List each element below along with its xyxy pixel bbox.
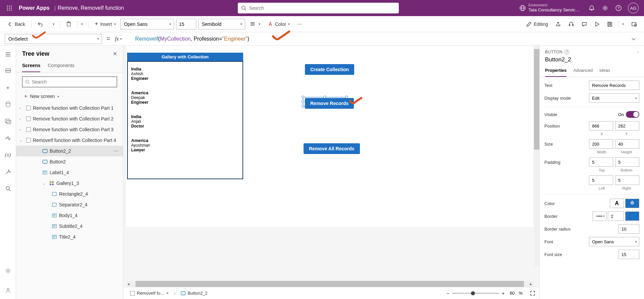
fx-icon[interactable]: fx (115, 36, 119, 42)
expand-chevron[interactable]: ⌄ (42, 182, 47, 185)
settings-rail-icon[interactable] (4, 267, 12, 275)
tree-item[interactable]: Subtitle2_4 (16, 221, 123, 232)
tree-checkbox[interactable] (26, 116, 31, 121)
expand-chevron[interactable]: ⌄ (19, 139, 24, 142)
copilot-button[interactable] (566, 20, 577, 29)
media-icon[interactable] (4, 117, 12, 126)
gallery-item[interactable]: AmericaAyushmanLawyer (131, 135, 239, 159)
tree-item[interactable]: ›Remove function with Collection Part 3 (16, 124, 123, 135)
gallery-item[interactable]: IndiaAnjaliDoctor (131, 111, 239, 135)
tree-search[interactable] (22, 77, 117, 87)
breadcrumb-screen[interactable]: RemoveIf fu… ▾ (127, 289, 171, 297)
border-radius-input[interactable] (619, 224, 639, 234)
fill-color-swatch[interactable] (625, 199, 639, 208)
tree-checkbox[interactable] (26, 127, 31, 132)
fx-chevron[interactable]: ▾ (120, 37, 122, 41)
waffle-icon[interactable] (3, 0, 16, 16)
font-color-swatch[interactable]: A (610, 199, 624, 208)
prop-displaymode-select[interactable]: Edit (589, 93, 639, 103)
paste-chevron[interactable]: ▾ (81, 22, 83, 26)
height-input[interactable] (615, 139, 639, 149)
variables-icon[interactable]: (x) (4, 151, 12, 159)
ask-virtual-agent-icon[interactable] (4, 286, 12, 294)
remove-records-button[interactable]: Remove Records (305, 98, 354, 109)
info-icon[interactable]: ? (565, 50, 569, 54)
undo-chevron[interactable]: ▾ (53, 22, 54, 26)
more-button[interactable]: ⋯ (294, 20, 305, 28)
formula-input[interactable]: RemoveIf(MyCollection, Profession="Engin… (135, 36, 628, 42)
editing-mode-button[interactable]: Editing (524, 20, 551, 28)
tree-item[interactable]: ⌄RemoveIf function with Collection Part … (16, 135, 123, 146)
zoom-plus[interactable]: + (502, 291, 504, 296)
gallery[interactable]: IndiaAshishEngineerAmericaDeepakEngineer… (127, 61, 243, 179)
fit-to-screen-icon[interactable] (530, 291, 535, 296)
tree-item[interactable]: ⌄Gallery1_3 (16, 178, 123, 189)
tree-checkbox[interactable] (26, 138, 31, 143)
canvas[interactable]: Gallery with Collection IndiaAshishEngin… (126, 46, 533, 227)
share-button[interactable] (553, 20, 564, 28)
more-icon[interactable]: ⋯ (114, 148, 121, 154)
preview-button[interactable] (592, 20, 602, 28)
search-pane-icon[interactable] (4, 185, 12, 193)
prop-text-input[interactable] (589, 81, 639, 90)
tab-ideas[interactable]: Ideas (599, 66, 610, 77)
zoom-minus[interactable]: − (447, 291, 449, 296)
tree-item[interactable]: Separator2_4 (16, 199, 123, 210)
new-screen-button[interactable]: + New screen ▾ (16, 91, 123, 103)
tree-item[interactable]: Button2_2⋯ (16, 146, 123, 156)
tree-item[interactable]: Label1_4 (16, 167, 123, 178)
environment-picker[interactable]: Environment Tata Consultancy Servic… (519, 3, 580, 13)
remove-all-button[interactable]: Remove All Records (304, 143, 360, 154)
border-style-select[interactable] (592, 211, 606, 221)
tools-icon[interactable] (4, 168, 12, 176)
padding-left-input[interactable] (589, 176, 613, 185)
font-weight-select[interactable]: Semibold (198, 19, 245, 30)
close-tree-icon[interactable]: ✕ (113, 51, 117, 57)
tab-screens[interactable]: Screens (22, 60, 40, 72)
expand-chevron[interactable]: › (19, 106, 24, 110)
zoom-slider[interactable] (452, 293, 499, 294)
vertical-scrollbar[interactable] (534, 46, 539, 266)
font-color-button[interactable]: Color ▾ (265, 20, 292, 28)
hamburger-icon[interactable] (4, 50, 12, 58)
tree-search-input[interactable] (32, 79, 114, 85)
tab-components[interactable]: Components (48, 60, 74, 72)
padding-top-input[interactable] (589, 157, 613, 167)
tree-item[interactable]: Button2 (16, 156, 123, 167)
power-automate-icon[interactable] (4, 134, 12, 142)
comments-button[interactable] (579, 20, 590, 28)
expand-chevron[interactable]: › (19, 117, 24, 121)
font-select[interactable]: Open Sans (120, 19, 174, 30)
tree-item[interactable]: Title2_4 (16, 232, 123, 242)
insert-pane-icon[interactable]: + (4, 84, 12, 92)
breadcrumb-control[interactable]: Button2_2 (178, 289, 210, 297)
save-button[interactable] (604, 20, 615, 28)
tree-item[interactable]: Body1_4 (16, 210, 123, 221)
publish-button[interactable] (629, 20, 639, 28)
align-button[interactable]: ▾ (247, 20, 263, 28)
border-width-input[interactable] (608, 211, 624, 221)
paste-button[interactable] (63, 20, 74, 28)
border-color-swatch[interactable] (625, 211, 639, 221)
user-avatar[interactable]: AG (628, 3, 639, 13)
create-collection-button[interactable]: Create Collection (305, 64, 354, 75)
font-select[interactable]: Open Sans (589, 237, 639, 246)
tab-properties[interactable]: Properties (545, 66, 567, 77)
visible-toggle[interactable] (626, 111, 639, 118)
font-size-input[interactable] (619, 250, 639, 259)
position-y-input[interactable] (615, 121, 639, 131)
help-icon[interactable]: ? (612, 0, 625, 16)
notification-icon[interactable] (585, 0, 598, 16)
gallery-item[interactable]: IndiaAshishEngineer (131, 64, 239, 88)
insert-button[interactable]: + Insert ▾ (92, 19, 118, 29)
tree-item[interactable]: ›Remove function with Collection Part 1 (16, 103, 123, 113)
search-input[interactable] (249, 5, 395, 11)
position-x-input[interactable] (589, 121, 613, 131)
horizontal-scrollbar[interactable]: ◄► (126, 281, 533, 287)
global-search[interactable] (238, 3, 399, 13)
expand-chevron[interactable]: › (19, 128, 24, 132)
app-name[interactable]: Power Apps (16, 5, 52, 11)
tree-checkbox[interactable] (26, 106, 31, 110)
padding-bottom-input[interactable] (615, 157, 639, 167)
property-dropdown[interactable]: OnSelect (5, 34, 102, 44)
